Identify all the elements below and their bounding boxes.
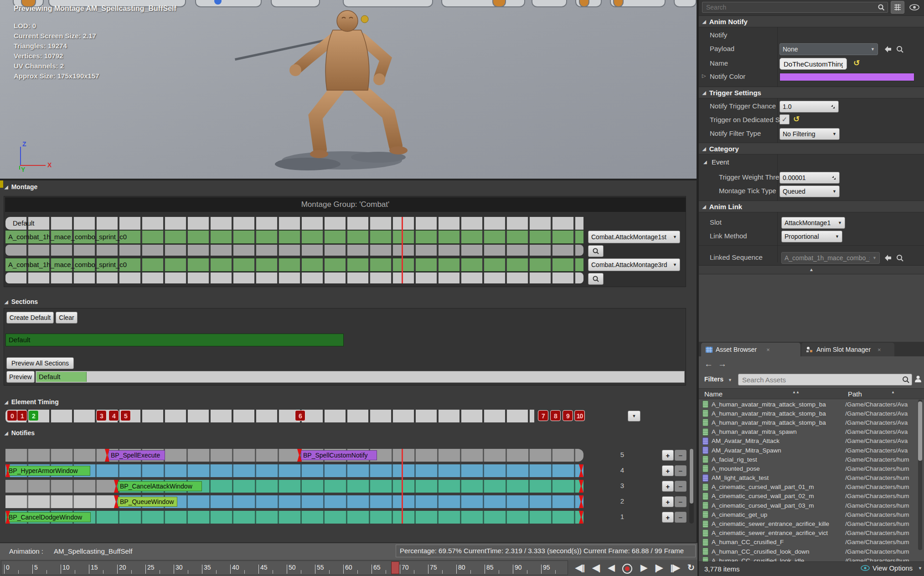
- timeline-playhead[interactable]: [391, 561, 399, 574]
- notify-track[interactable]: BP_CancelDodgeWindow: [5, 511, 583, 524]
- payload-dropdown[interactable]: None▼: [779, 43, 878, 55]
- reset-to-default-icon[interactable]: ↺: [793, 114, 800, 124]
- clear-button[interactable]: Clear: [56, 312, 77, 324]
- asset-scrollbar-thumb[interactable]: [918, 401, 922, 461]
- tab-asset-browser[interactable]: Asset Browser ×: [701, 343, 800, 356]
- toggle-loop-button[interactable]: ↻: [687, 561, 694, 575]
- timing-badge[interactable]: 6: [295, 410, 305, 421]
- playhead-line[interactable]: [402, 217, 403, 283]
- details-search-input[interactable]: [702, 4, 878, 11]
- notify-chip[interactable]: BP_CancelAttackWindow: [118, 481, 202, 491]
- playhead-line[interactable]: [402, 449, 403, 524]
- tick-type-dropdown[interactable]: Queued▼: [779, 185, 840, 197]
- timing-options-dropdown[interactable]: ▼: [628, 411, 640, 422]
- remove-notify-track-button[interactable]: −: [675, 512, 687, 523]
- asset-row[interactable]: A_human_avatar_mitra_spawn/Game/Characte…: [699, 427, 917, 437]
- montage-track-segment[interactable]: A_combat_1h_mace_combo_sprint_c0: [5, 230, 583, 244]
- trigger-settings-header[interactable]: ◢Trigger Settings: [699, 87, 924, 98]
- tab-anim-slot-manager[interactable]: Anim Slot Manager ×: [801, 343, 894, 356]
- notify-chip[interactable]: BP_CancelDodgeWindow: [6, 512, 91, 522]
- notify-scrollbar-thumb[interactable]: [690, 449, 693, 504]
- asset-row[interactable]: A_human_CC_crusified_look_idle/Game/Char…: [699, 556, 917, 561]
- notify-color-swatch[interactable]: [779, 73, 914, 81]
- notify-chip[interactable]: BP_HyperArmorWindow: [6, 466, 90, 476]
- timing-badge[interactable]: 0: [7, 410, 17, 421]
- asset-row[interactable]: A_cinematic_sewer_entrance_acrifice_vict…: [699, 529, 917, 538]
- remove-notify-track-button[interactable]: −: [675, 496, 687, 507]
- use-selected-asset-icon[interactable]: [883, 46, 892, 53]
- timing-badge[interactable]: 7: [538, 410, 548, 421]
- element-timing-track[interactable]: 012345678910: [5, 409, 583, 423]
- asset-row[interactable]: A_human_avatar_mitra_attack_stomp_ba/Gam…: [699, 409, 917, 418]
- slot-dropdown[interactable]: Combat.AttackMontage3rd▼: [588, 258, 680, 271]
- asset-search-box[interactable]: [738, 374, 912, 386]
- toolbar-button-active[interactable]: [21, 0, 36, 7]
- asset-row[interactable]: A_human_CC_crusified_F/Game/Characters/h…: [699, 538, 917, 547]
- notify-track[interactable]: BP_CancelAttackWindow: [5, 480, 583, 493]
- find-in-browser-button[interactable]: [588, 273, 604, 285]
- timing-badge[interactable]: 8: [550, 410, 561, 421]
- notify-chip[interactable]: BP_QueueWindow: [118, 497, 177, 507]
- anim-link-header[interactable]: ◢Anim Link: [699, 201, 924, 212]
- browse-to-asset-icon[interactable]: [896, 46, 903, 53]
- asset-row[interactable]: A_cinematic_cursed_wall_part_01_m/Game/C…: [699, 483, 917, 492]
- notify-track[interactable]: BP_QueueWindow: [5, 495, 583, 508]
- details-collapse-strip[interactable]: ▲: [699, 265, 924, 274]
- timing-badge[interactable]: 9: [563, 410, 573, 421]
- asset-row[interactable]: A_facial_rig_test/Game/Characters/hum: [699, 455, 917, 464]
- asset-row[interactable]: A_human_avatar_mitra_attack_stomp_ba/Gam…: [699, 400, 917, 409]
- person-icon[interactable]: [915, 375, 921, 382]
- timing-badge[interactable]: 3: [96, 410, 107, 421]
- montage-default-track[interactable]: Default: [5, 217, 583, 230]
- reset-to-default-icon[interactable]: ↺: [853, 58, 860, 68]
- browse-to-asset-icon[interactable]: [896, 254, 903, 262]
- column-name[interactable]: Name: [704, 390, 723, 398]
- asset-row[interactable]: A_cinematic_get_up/Game/Characters/hum: [699, 510, 917, 519]
- asset-row[interactable]: A_human_CC_crusified_look_down/Game/Char…: [699, 547, 917, 556]
- linked-sequence-dropdown[interactable]: A_combat_1h_mace_combo_spi▼: [781, 252, 880, 264]
- preview-sections-bar[interactable]: Default: [36, 371, 685, 383]
- asset-row[interactable]: AM_Avatar_Mitra_Attack/Game/Characters/A…: [699, 437, 917, 446]
- montage-track-segment[interactable]: A_combat_1h_mace_combo_sprint_c0: [5, 258, 583, 272]
- preview-section-chip[interactable]: Default: [36, 372, 87, 382]
- use-selected-asset-icon[interactable]: [883, 254, 892, 262]
- remove-notify-track-button[interactable]: −: [675, 481, 687, 492]
- forward-arrow-icon[interactable]: →: [718, 359, 727, 369]
- timing-badge[interactable]: 5: [120, 410, 131, 421]
- notify-chip[interactable]: BP_SpellCustomNotify: [301, 450, 377, 460]
- step-forward-button[interactable]: |▶: [655, 561, 662, 575]
- details-search-box[interactable]: [702, 2, 888, 13]
- montage-section-header[interactable]: ◢ Montage: [5, 183, 37, 190]
- preview-button[interactable]: Preview: [6, 371, 35, 383]
- add-notify-track-button[interactable]: +: [662, 496, 674, 507]
- remove-notify-track-button[interactable]: −: [675, 465, 687, 476]
- dedicated-server-checkbox[interactable]: ✓: [779, 114, 790, 124]
- play-forward-button[interactable]: ▶: [640, 561, 646, 575]
- notify-chip[interactable]: BP_SpellExecute: [108, 450, 165, 460]
- notifies-section-header[interactable]: ◢ Notifies: [5, 429, 35, 437]
- timing-badge[interactable]: 4: [108, 410, 119, 421]
- sections-section-header[interactable]: ◢ Sections: [5, 298, 38, 305]
- create-default-button[interactable]: Create Default: [6, 312, 54, 324]
- expand-arrow-icon[interactable]: ◢: [703, 159, 707, 165]
- add-notify-track-button[interactable]: +: [662, 465, 674, 476]
- record-button[interactable]: [622, 564, 632, 574]
- back-arrow-icon[interactable]: ←: [704, 359, 713, 369]
- add-notify-track-button[interactable]: +: [662, 450, 674, 461]
- link-method-dropdown[interactable]: Proportional▼: [781, 231, 842, 242]
- asset-row[interactable]: AM_light_attack_test/Game/Characters/hum: [699, 473, 917, 483]
- close-icon[interactable]: ×: [878, 346, 881, 353]
- viewport[interactable]: Previewing Montage AM_Spellcasting_BuffS…: [0, 0, 697, 179]
- add-notify-track-button[interactable]: +: [662, 512, 674, 523]
- go-to-end-button[interactable]: ||▶: [670, 561, 679, 575]
- property-matrix-button[interactable]: [891, 1, 904, 14]
- preview-all-sections-button[interactable]: Preview All Sections: [6, 357, 74, 369]
- notify-track[interactable]: BP_HyperArmorWindow: [5, 464, 583, 477]
- go-to-front-button[interactable]: ◀||: [575, 561, 584, 575]
- column-path[interactable]: Path: [848, 390, 862, 398]
- asset-row[interactable]: A_human_avatar_mitra_attack_stomp_ba/Gam…: [699, 418, 917, 427]
- remove-notify-track-button[interactable]: −: [675, 450, 687, 461]
- timing-badge[interactable]: 10: [574, 410, 585, 421]
- timing-badge[interactable]: 2: [28, 410, 39, 421]
- timeline-ruler[interactable]: 05101520253035404550556065707580859095: [1, 561, 568, 575]
